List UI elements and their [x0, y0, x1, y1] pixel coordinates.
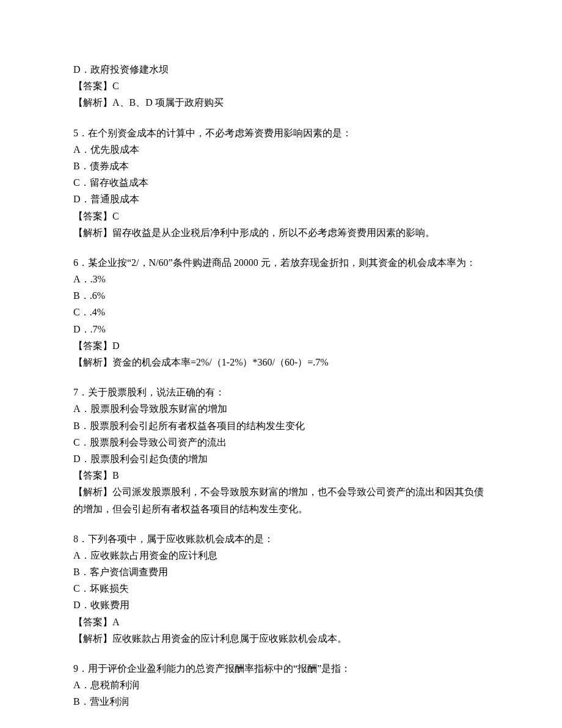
question-6: 6．某企业按“2/，N/60”条件购进商品 20000 元，若放弃现金折扣，则其… [73, 254, 489, 370]
option-b: B．营业利润 [73, 693, 489, 710]
explain-line: 【解析】留存收益是从企业税后净利中形成的，所以不必考虑筹资费用因素的影响。 [73, 224, 489, 241]
option-d: D．收账费用 [73, 597, 489, 613]
option-c: C．坏账损失 [73, 580, 489, 597]
question-stem: 7．关于股票股利，说法正确的有： [73, 384, 489, 400]
question-stem: 6．某企业按“2/，N/60”条件购进商品 20000 元，若放弃现金折扣，则其… [73, 254, 489, 271]
question-4-tail: D．政府投资修建水坝 【答案】C 【解析】A、B、D 项属于政府购买 [73, 61, 489, 111]
option-b: B．股票股利会引起所有者权益各项目的结构发生变化 [73, 417, 489, 434]
option-b: B．债券成本 [73, 158, 489, 174]
option-a: A．.3% [73, 271, 489, 287]
option-c: C．股票股利会导致公司资产的流出 [73, 434, 489, 450]
option-b: B．客户资信调查费用 [73, 564, 489, 580]
option-a: A．息税前利润 [73, 677, 489, 693]
option-d: D．普通股成本 [73, 191, 489, 207]
option-b: B．.6% [73, 287, 489, 304]
explain-line: 【解析】A、B、D 项属于政府购买 [73, 94, 489, 111]
question-stem: 5．在个别资金成本的计算中，不必考虑筹资费用影响因素的是： [73, 125, 489, 141]
option-d: D．.7% [73, 321, 489, 337]
question-stem: 8．下列各项中，属于应收账款机会成本的是： [73, 531, 489, 547]
option-d: D．政府投资修建水坝 [73, 61, 489, 78]
answer-line: 【答案】C [73, 78, 489, 94]
option-a: A．股票股利会导致股东财富的增加 [73, 400, 489, 417]
question-9: 9．用于评价企业盈利能力的总资产报酬率指标中的“报酬”是指： A．息税前利润 B… [73, 660, 489, 710]
option-c: C．.4% [73, 304, 489, 320]
option-c: C．留存收益成本 [73, 174, 489, 191]
answer-line: 【答案】A [73, 614, 489, 630]
answer-line: 【答案】B [73, 467, 489, 483]
explain-line: 【解析】公司派发股票股利，不会导致股东财富的增加，也不会导致公司资产的流出和因其… [73, 483, 489, 517]
answer-line: 【答案】C [73, 208, 489, 224]
option-d: D．股票股利会引起负债的增加 [73, 450, 489, 467]
question-7: 7．关于股票股利，说法正确的有： A．股票股利会导致股东财富的增加 B．股票股利… [73, 384, 489, 517]
option-a: A．优先股成本 [73, 141, 489, 158]
question-8: 8．下列各项中，属于应收账款机会成本的是： A．应收账款占用资金的应计利息 B．… [73, 531, 489, 647]
question-stem: 9．用于评价企业盈利能力的总资产报酬率指标中的“报酬”是指： [73, 660, 489, 677]
answer-line: 【答案】D [73, 337, 489, 354]
question-5: 5．在个别资金成本的计算中，不必考虑筹资费用影响因素的是： A．优先股成本 B．… [73, 125, 489, 241]
explain-line: 【解析】应收账款占用资金的应计利息属于应收账款机会成本。 [73, 630, 489, 647]
option-a: A．应收账款占用资金的应计利息 [73, 547, 489, 564]
explain-line: 【解析】资金的机会成本率=2%/（1-2%）*360/（60-）=.7% [73, 354, 489, 370]
